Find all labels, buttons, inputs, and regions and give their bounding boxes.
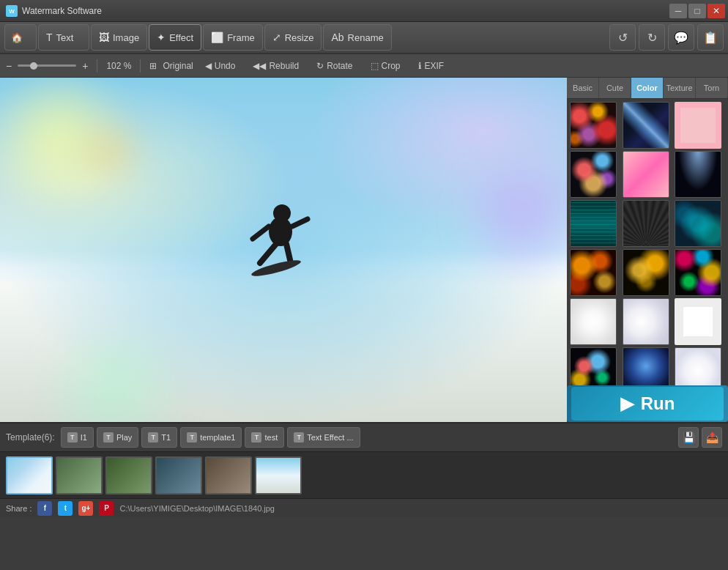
minimize-button[interactable]: ─ [669, 4, 687, 18]
undo-quick-button[interactable]: ↺ [609, 24, 636, 51]
googleplus-button[interactable]: g+ [78, 501, 93, 516]
template-chip-test[interactable]: T test [245, 427, 284, 448]
right-panel: Basic Cute Color Texture Torn [567, 78, 728, 422]
facebook-button[interactable]: f [37, 501, 52, 516]
effect-teal-lines[interactable] [570, 200, 617, 247]
zoom-slider[interactable] [18, 64, 76, 67]
rename-button[interactable]: Ab Rename [323, 24, 391, 51]
tab-cute[interactable]: Cute [599, 78, 631, 98]
rebuild-button[interactable]: ◀◀ Rebuild [247, 57, 305, 75]
effect-blue-glow[interactable] [623, 347, 669, 385]
effect-rays[interactable] [623, 200, 669, 247]
window-controls: ─ □ ✕ [669, 4, 725, 18]
zoom-percent: 102 % [106, 61, 131, 71]
text-icon: T [46, 32, 53, 43]
effect-pink-soft[interactable] [623, 151, 669, 198]
effect-bokeh-warm[interactable] [570, 249, 617, 296]
effect-white-oval[interactable] [675, 347, 721, 385]
toolbar: 🏠 T Text 🖼 Image ✦ Effect ⬜ Frame ⤢ Resi… [0, 22, 728, 54]
effect-label: Effect [169, 32, 193, 43]
effect-white-glow2[interactable] [623, 298, 669, 345]
exif-button[interactable]: ℹ EXIF [412, 57, 450, 75]
crop-button[interactable]: ⬚ Crop [365, 57, 406, 75]
maximize-button[interactable]: □ [688, 4, 706, 18]
run-area[interactable]: ▶ Run [567, 385, 728, 422]
svg-line-6 [260, 244, 276, 263]
chat-button[interactable]: 💬 [668, 24, 694, 51]
canvas-image [0, 78, 567, 422]
text-button[interactable]: T Text [38, 24, 89, 51]
app-title: Watermark Software [22, 6, 102, 16]
template-chip-t1[interactable]: T T1 [141, 427, 177, 448]
frame-button[interactable]: ⬜ Frame [203, 24, 263, 51]
template-actions: 💾 📤 [678, 427, 722, 448]
template-icon-t1: T [148, 432, 158, 443]
effect-white-glow[interactable] [570, 298, 617, 345]
thumb-5[interactable] [205, 456, 252, 495]
thumb-2[interactable] [56, 456, 103, 495]
template-chip-template1[interactable]: T template1 [180, 427, 242, 448]
run-label: Run [641, 393, 675, 414]
close-button[interactable]: ✕ [707, 4, 725, 18]
file-path: C:\Users\YIMIGE\Desktop\IMAGE\1840.jpg [119, 504, 275, 513]
image-icon: 🖼 [99, 32, 109, 43]
tab-texture[interactable]: Texture [664, 78, 696, 98]
middle-section: Basic Cute Color Texture Torn [0, 78, 728, 422]
exif-icon: ℹ [418, 61, 422, 71]
crop-label: Crop [382, 61, 401, 71]
image-button[interactable]: 🖼 Image [91, 24, 147, 51]
template-icon-template1: T [187, 432, 197, 443]
effect-bokeh-night[interactable] [570, 347, 617, 385]
original-icon: ⊞ [149, 61, 157, 71]
effect-bokeh-gold[interactable] [623, 249, 669, 296]
effects-grid [567, 99, 728, 385]
thumb-4[interactable] [155, 456, 202, 495]
template-chip-texteffect[interactable]: T Text Effect ... [287, 427, 360, 448]
template-label-t1: T1 [161, 433, 171, 442]
redo-quick-button[interactable]: ↻ [639, 24, 665, 51]
zoombar: − + 102 % ⊞ Original ◀ Undo ◀◀ Rebuild ↻… [0, 54, 728, 78]
info-button[interactable]: 📋 [697, 24, 724, 51]
effect-lightning[interactable] [623, 102, 669, 149]
zoom-in-icon[interactable]: + [82, 60, 88, 72]
rename-label: Rename [348, 32, 384, 43]
image-label: Image [113, 32, 139, 43]
home-button[interactable]: 🏠 [4, 24, 37, 51]
thumb-6[interactable] [255, 456, 302, 495]
thumb-3[interactable] [105, 456, 152, 495]
template-label-template1: template1 [200, 433, 235, 442]
tab-basic[interactable]: Basic [567, 78, 599, 98]
effect-button[interactable]: ✦ Effect [149, 24, 201, 51]
template-chip-i1[interactable]: T I1 [61, 427, 94, 448]
export-template-button[interactable]: 📤 [702, 427, 722, 448]
undo-button[interactable]: ◀ Undo [199, 57, 242, 75]
effect-bubbles[interactable] [675, 200, 721, 247]
resize-label: Resize [285, 32, 314, 43]
rebuild-label: Rebuild [269, 61, 299, 71]
effect-lightning2[interactable] [675, 151, 721, 198]
effect-pink-frame[interactable] [675, 102, 721, 149]
pinterest-button[interactable]: P [99, 501, 114, 516]
resize-button[interactable]: ⤢ Resize [264, 24, 322, 51]
effect-white-frame[interactable] [675, 298, 721, 345]
canvas-area[interactable] [0, 78, 567, 422]
frame-icon: ⬜ [211, 32, 223, 43]
rotate-button[interactable]: ↻ Rotate [311, 57, 358, 75]
tab-color[interactable]: Color [631, 78, 664, 98]
undo-arrow-icon: ◀ [205, 61, 212, 71]
rename-icon: Ab [331, 32, 343, 43]
zoom-out-icon[interactable]: − [6, 60, 12, 72]
thumb-image-1 [7, 458, 51, 493]
rotate-icon: ↻ [316, 61, 324, 71]
tab-torn[interactable]: Torn [696, 78, 728, 98]
effect-bokeh-red[interactable] [570, 102, 617, 149]
effect-bokeh-multi[interactable] [570, 151, 617, 198]
thumb-1[interactable] [6, 456, 53, 495]
template-chip-play[interactable]: T Play [97, 427, 138, 448]
effect-bokeh-colorful[interactable] [675, 249, 721, 296]
zoom-divider [97, 59, 97, 73]
svg-point-8 [250, 257, 302, 279]
save-template-button[interactable]: 💾 [678, 427, 699, 448]
run-button[interactable]: ▶ Run [571, 387, 724, 421]
twitter-button[interactable]: t [58, 501, 73, 516]
